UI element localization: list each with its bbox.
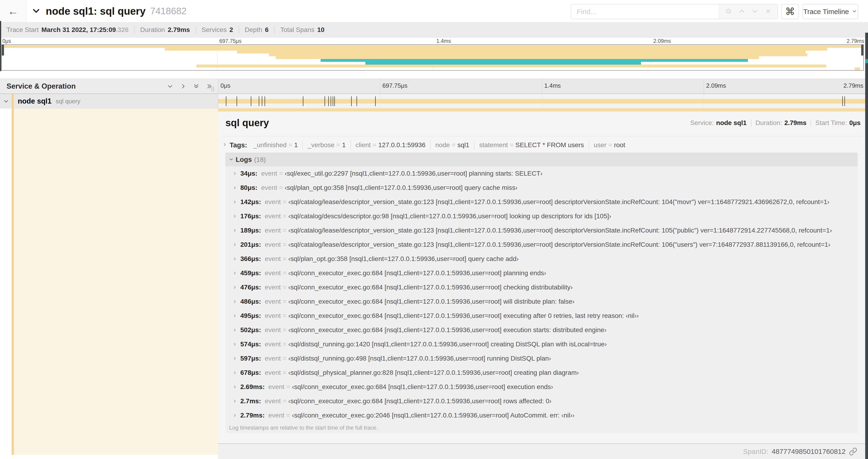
back-arrow-icon: ← (8, 5, 19, 18)
log-row[interactable]: 459μs:event=‹sql/conn_executor_exec.go:6… (225, 266, 858, 280)
log-field-value: ‹sql/conn_executor_exec.go:2046 [nsql1,c… (292, 412, 575, 419)
log-equals: = (281, 369, 288, 376)
collapse-one-icon[interactable] (166, 83, 174, 90)
log-timestamp: 678μs: (240, 369, 261, 376)
next-result-icon[interactable] (751, 7, 759, 16)
log-tick (844, 96, 845, 106)
log-tick (324, 96, 325, 106)
log-row[interactable]: 366μs:event=‹sql/plan_opt.go:358 [nsql1,… (225, 252, 858, 266)
minimap-span-bar (237, 51, 806, 54)
find-input[interactable] (571, 4, 719, 19)
log-row[interactable]: 2.7ms:event=‹sql/conn_executor_exec.go:6… (225, 394, 858, 408)
keyboard-shortcuts-button[interactable]: ⌘ (781, 4, 799, 19)
minimap-canvas[interactable] (1, 44, 864, 71)
log-field-value: ‹sql/exec_util.go:2297 [nsql1,client=127… (285, 170, 542, 177)
log-row[interactable]: 80μs:event=‹sql/plan_opt.go:358 [nsql1,c… (225, 181, 858, 195)
meta-value: 2.79ms (168, 26, 190, 34)
span-detail-panel: sql query Service:node sql1Duration:2.79… (218, 108, 866, 444)
back-button[interactable]: ← (0, 0, 26, 22)
detail-header: sql query Service:node sql1Duration:2.79… (225, 116, 861, 130)
minimap-ruler-label: 0μs (2, 38, 11, 44)
trace-view-selector[interactable]: Trace Timeline (802, 4, 858, 19)
detail-meta-label: Start Time: (815, 119, 847, 126)
log-row[interactable]: 189μs:event=‹sql/catalog/lease/descripto… (225, 223, 858, 237)
log-equals: = (284, 412, 292, 419)
log-tick (265, 96, 265, 106)
ruler-label: 0μs (220, 82, 230, 89)
tags-row[interactable]: Tags: _unfinished=1_verbose=1client=127.… (222, 139, 630, 151)
tag-key: _verbose (308, 141, 334, 149)
log-row[interactable]: 476μs:event=‹sql/conn_executor_exec.go:6… (225, 280, 858, 294)
log-row[interactable]: 142μs:event=‹sql/catalog/lease/descripto… (225, 195, 858, 209)
log-equals: = (281, 269, 288, 277)
log-row[interactable]: 678μs:event=‹sql/distsql_physical_planne… (225, 365, 858, 380)
minimap-left-drag-handle[interactable] (2, 45, 4, 56)
log-field-key: event (265, 326, 281, 334)
tag-value: 1 (342, 141, 346, 149)
logs-block: Logs (18) 34μs:event=‹sql/exec_util.go:2… (225, 153, 858, 433)
locate-icon[interactable] (724, 7, 733, 16)
log-row[interactable]: 201μs:event=‹sql/catalog/lease/descripto… (225, 237, 858, 252)
log-field-key: event (265, 227, 281, 234)
expand-one-icon[interactable] (180, 83, 187, 90)
deep-link-icon[interactable] (849, 447, 857, 456)
log-row[interactable]: 176μs:event=‹sql/catalog/descs/descripto… (225, 209, 858, 223)
span-row-timeline-cell[interactable] (218, 94, 866, 108)
tag-equals: = (450, 141, 457, 149)
trace-meta-item: Services2 (195, 26, 239, 34)
log-timestamp: 476μs: (240, 284, 261, 291)
ruler-label: 697.75μs (382, 82, 408, 89)
minimap-ruler-label: 697.75μs (219, 38, 242, 44)
log-field-value: ‹sql/catalog/lease/descriptor_version_st… (288, 198, 830, 206)
tags-list: _unfinished=1_verbose=1client=127.0.0.1:… (248, 140, 630, 150)
log-row[interactable]: 34μs:event=‹sql/exec_util.go:2297 [nsql1… (225, 166, 858, 181)
meta-label: Trace Start (6, 26, 38, 34)
log-field-value: ‹sql/catalog/lease/descriptor_version_st… (288, 241, 831, 249)
span-duration-bar[interactable] (218, 99, 866, 104)
logs-header[interactable]: Logs (18) (225, 153, 858, 166)
span-row-name-cell[interactable]: node sql1 sql query (0, 94, 218, 108)
trace-collapse-chevron-icon[interactable] (31, 6, 41, 17)
log-field-value: ‹sql/distsql_running.go:498 [nsql1,clien… (288, 355, 551, 362)
log-row[interactable]: 597μs:event=‹sql/distsql_running.go:498 … (225, 351, 858, 365)
minimap-right-drag-handle[interactable] (861, 45, 863, 56)
log-row[interactable]: 2.79ms:event=‹sql/conn_executor_exec.go:… (225, 408, 858, 422)
log-equals: = (281, 298, 288, 305)
column-resize-grip[interactable] (211, 87, 214, 92)
log-field-key: event (265, 284, 281, 291)
logs-title: Logs (236, 156, 252, 163)
clear-find-icon[interactable] (764, 7, 772, 16)
log-timestamp: 2.79ms: (240, 412, 265, 419)
log-equals: = (281, 212, 288, 220)
log-timestamp: 176μs: (240, 212, 261, 220)
log-row[interactable]: 574μs:event=‹sql/distsql_running.go:1420… (225, 337, 858, 351)
log-field-value: ‹sql/conn_executor_exec.go:684 [nsql1,cl… (288, 326, 607, 334)
log-tick (331, 96, 331, 106)
log-tick (259, 96, 259, 106)
prev-result-icon[interactable] (738, 7, 746, 16)
log-row[interactable]: 486μs:event=‹sql/conn_executor_exec.go:6… (225, 294, 858, 308)
log-timestamp: 459μs: (240, 269, 261, 277)
log-field-value: ‹sql/plan_opt.go:358 [nsql1,client=127.0… (288, 255, 519, 263)
log-row[interactable]: 502μs:event=‹sql/conn_executor_exec.go:6… (225, 323, 858, 337)
log-timestamp: 486μs: (240, 298, 261, 305)
log-field-key: event (265, 255, 281, 263)
log-equals: = (281, 326, 288, 334)
meta-value: 6 (265, 26, 269, 34)
log-tick (842, 96, 843, 106)
log-timestamp: 597μs: (240, 355, 261, 362)
log-equals: = (281, 198, 288, 206)
span-collapse-chevron-icon[interactable] (3, 98, 9, 105)
collapse-all-icon[interactable] (193, 83, 200, 90)
log-timestamp: 201μs: (240, 241, 261, 249)
chevron-down-icon (852, 8, 857, 15)
log-row[interactable]: 2.69ms:event=‹sql/conn_executor_exec.go:… (225, 380, 858, 394)
log-field-key: event (265, 340, 281, 348)
span-row[interactable]: node sql1 sql query (0, 94, 868, 108)
log-equals: = (281, 241, 288, 249)
log-row[interactable]: 495μs:event=‹sql/conn_executor_exec.go:6… (225, 308, 858, 323)
log-field-value: ‹sql/conn_executor_exec.go:684 [nsql1,cl… (292, 383, 553, 391)
detail-meta-item: Service:node sql1 (686, 119, 751, 127)
meta-label: Services (202, 26, 226, 34)
tag-equals: = (371, 141, 378, 149)
